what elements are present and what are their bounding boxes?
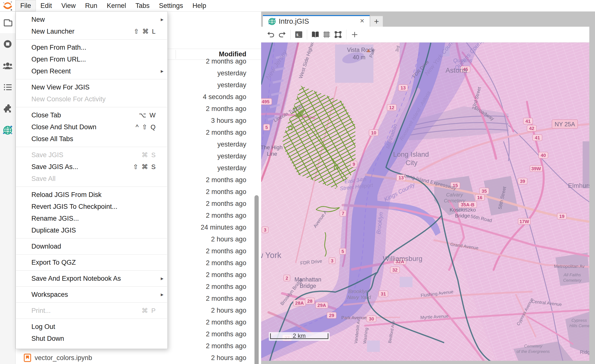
menu-item-open-recent[interactable]: Open Recent▸ bbox=[16, 65, 167, 77]
map-label: Line bbox=[267, 151, 277, 157]
svg-text:495: 495 bbox=[262, 99, 270, 104]
menu-bar-item-kernel[interactable]: Kernel bbox=[102, 0, 131, 11]
map-scale-bar: 2 km bbox=[269, 332, 330, 341]
menu-item-new-launcher[interactable]: New Launcher⇧ ⌘ L bbox=[16, 25, 167, 37]
menu-item-new[interactable]: New▸ bbox=[16, 14, 167, 25]
vector-square-button[interactable] bbox=[332, 29, 344, 40]
menu-item-reload-jgis-from-disk[interactable]: Reload JGIS From Disk bbox=[16, 189, 167, 201]
menu-item-rename-jgis[interactable]: Rename JGIS... bbox=[16, 213, 167, 224]
menu-item-export-to-qgz[interactable]: Export To QGZ bbox=[16, 257, 167, 268]
map-label: Navy Yard bbox=[347, 294, 371, 300]
console-icon: $_ bbox=[295, 30, 303, 39]
route-shield: 35 bbox=[480, 188, 489, 194]
menu-item-save-jgis-as[interactable]: Save JGIS As...⇧ ⌘ S bbox=[16, 161, 167, 173]
add-layer-button[interactable] bbox=[349, 29, 360, 40]
menu-item-open-from-path[interactable]: Open From Path... bbox=[16, 42, 167, 53]
menu-bar-item-edit[interactable]: Edit bbox=[36, 0, 57, 11]
menu-item-save-and-export-notebook-as[interactable]: Save And Export Notebook As▸ bbox=[16, 273, 167, 284]
route-shield: 495 bbox=[261, 99, 272, 105]
menu-bar-item-view[interactable]: View bbox=[57, 0, 80, 11]
folder-icon bbox=[2, 17, 13, 27]
dock-panel: Intro.jGIS × + bbox=[261, 11, 595, 364]
menu-item-close-all-tabs[interactable]: Close All Tabs bbox=[16, 133, 167, 145]
svg-text:5: 5 bbox=[265, 125, 268, 130]
menu-item-label: Open From URL... bbox=[31, 56, 167, 63]
tab-intro-jgis[interactable]: Intro.jGIS × bbox=[263, 15, 370, 27]
submenu-arrow-icon: ▸ bbox=[161, 291, 163, 298]
vector-square-icon bbox=[334, 31, 342, 39]
map-label: Williamsburg bbox=[383, 255, 422, 262]
tab-title: Intro.jGIS bbox=[279, 17, 309, 25]
file-menu-dropdown: New▸New Launcher⇧ ⌘ LOpen From Path...Op… bbox=[16, 11, 168, 349]
menu-bar-item-run[interactable]: Run bbox=[80, 0, 102, 11]
svg-text:41: 41 bbox=[535, 135, 540, 140]
map-label: Cemetery bbox=[444, 198, 466, 203]
menu-item-save-all[interactable]: Save All bbox=[16, 173, 167, 185]
menu-item-log-out[interactable]: Log Out bbox=[16, 321, 167, 333]
toolbar-separator bbox=[346, 30, 346, 40]
menu-item-revert-jgis-to-checkpoint[interactable]: Revert JGIS To Checkpoint... bbox=[16, 201, 167, 213]
layer-book-button[interactable] bbox=[310, 29, 321, 40]
menu-item-label: Save All bbox=[31, 175, 167, 183]
svg-text:17W: 17W bbox=[519, 219, 529, 224]
map-label: Kosciuszko bbox=[450, 207, 476, 213]
menu-item-shortcut: ⇧ ⌘ S bbox=[133, 163, 156, 171]
menu-item-open-from-url[interactable]: Open From URL... bbox=[16, 53, 167, 65]
menu-item-print[interactable]: Print...⌘ P bbox=[16, 305, 167, 317]
route-shield: 42 bbox=[527, 125, 536, 131]
sidebar-tab-extensions[interactable] bbox=[0, 98, 15, 120]
menu-item-shortcut: ⌘ S bbox=[141, 151, 156, 159]
menu-item-label: Revert JGIS To Checkpoint... bbox=[31, 203, 167, 211]
menu-bar-item-settings[interactable]: Settings bbox=[154, 0, 188, 11]
menu-bar-item-tabs[interactable]: Tabs bbox=[131, 0, 154, 11]
svg-text:$_: $_ bbox=[297, 33, 300, 37]
sidebar-tab-file-browser[interactable] bbox=[0, 11, 15, 33]
redo-button[interactable] bbox=[276, 29, 288, 40]
sidebar-tab-jupytergis[interactable] bbox=[0, 119, 15, 141]
jgis-globe-icon bbox=[268, 17, 276, 26]
menu-item-download[interactable]: Download bbox=[16, 240, 167, 252]
menu-item-shut-down[interactable]: Shut Down bbox=[16, 333, 167, 344]
map-label: Hills Cemet bbox=[570, 323, 589, 328]
undo-button[interactable] bbox=[265, 29, 276, 40]
menu-item-duplicate-jgis[interactable]: Duplicate JGIS bbox=[16, 224, 167, 236]
file-row-vector-colors[interactable]: vector_colors.ipynb bbox=[16, 352, 261, 364]
sidebar-tab-collaboration[interactable] bbox=[0, 55, 15, 77]
jupyter-logo[interactable] bbox=[0, 0, 16, 11]
grid-button[interactable] bbox=[321, 29, 332, 40]
svg-text:9: 9 bbox=[353, 162, 355, 167]
map-canvas[interactable]: 49553357913131245104142414039W3935161517… bbox=[261, 43, 589, 361]
menu-item-new-view-for-jgis[interactable]: New View For JGIS bbox=[16, 81, 167, 93]
menu-separator bbox=[16, 238, 167, 238]
route-shield: 39 bbox=[518, 178, 527, 184]
menu-bar-item-help[interactable]: Help bbox=[188, 0, 211, 11]
svg-text:39W: 39W bbox=[531, 166, 541, 171]
svg-text:42: 42 bbox=[529, 126, 534, 131]
route-shield: 17W bbox=[518, 218, 530, 225]
route-shield: 32 bbox=[390, 267, 400, 273]
menu-item-close-and-shut-down[interactable]: Close And Shut Down^ ⇧ Q bbox=[16, 121, 167, 133]
route-shield: 3 bbox=[329, 258, 335, 264]
menu-item-save-jgis[interactable]: Save JGIS⌘ S bbox=[16, 149, 167, 161]
menu-item-label: Open From Path... bbox=[31, 44, 167, 51]
new-tab-button[interactable]: + bbox=[370, 16, 383, 27]
sidebar-tab-table-of-contents[interactable] bbox=[0, 76, 15, 98]
map-label: Cemetery bbox=[524, 344, 543, 348]
menu-separator bbox=[16, 147, 167, 147]
scrollbar-thumb[interactable] bbox=[254, 195, 259, 364]
menu-item-new-console-for-activity[interactable]: New Console For Activity bbox=[16, 93, 167, 105]
submenu-arrow-icon: ▸ bbox=[161, 275, 163, 282]
map-label: Elmhurst bbox=[568, 182, 589, 189]
tab-close-icon[interactable]: × bbox=[360, 17, 364, 25]
map-label: Cypress bbox=[572, 318, 587, 323]
route-shield: 19 bbox=[557, 213, 567, 219]
sidebar-tab-running[interactable] bbox=[0, 33, 15, 55]
map-label: Park Avenue bbox=[341, 315, 366, 320]
svg-text:2: 2 bbox=[286, 276, 288, 281]
menu-item-close-tab[interactable]: Close Tab⌥ W bbox=[16, 109, 167, 121]
console-button[interactable]: $_ bbox=[293, 29, 304, 40]
menu-item-label: Close All Tabs bbox=[31, 135, 167, 143]
menu-separator bbox=[16, 302, 167, 303]
menu-bar-item-file[interactable]: File bbox=[16, 0, 36, 11]
menu-item-workspaces[interactable]: Workspaces▸ bbox=[16, 289, 167, 300]
